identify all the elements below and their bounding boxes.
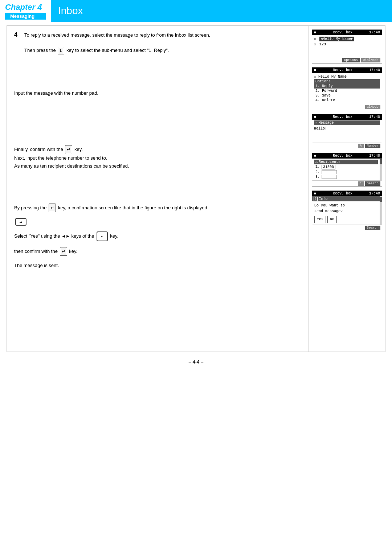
screen4-section: ⌂ Recipients: [314, 160, 378, 164]
screen3-content: Hello|: [314, 126, 380, 131]
screen3-btn2: Number: [365, 144, 380, 148]
step-intro: To reply to a received message, select t…: [24, 32, 210, 54]
spacer-1: [14, 54, 301, 83]
screen5-body: ? Info Do you want to send message? Yes …: [312, 196, 380, 225]
instruction-then-confirm: then confirm with the ↵ key.: [14, 247, 301, 256]
phone-screen-4: ■ Recv. box 17:40 ⌂ Recipients 1. 31500 …: [312, 153, 382, 187]
screen5-section: ? Info: [312, 196, 380, 201]
screen1-body: ✉ ◄Hello My Name► ✉ 123: [312, 35, 382, 57]
phone-screen-2: ■ Recv. box 17:40 ✉ Hello My Name Option…: [312, 67, 382, 110]
left-column: 4 To reply to a received message, select…: [7, 26, 309, 352]
screen5-scrollbar-thumb: [380, 197, 382, 202]
screen5-body-wrap: ? Info Do you want to send message? Yes …: [312, 196, 382, 225]
screen2-row1: ✉ Hello My Name: [314, 74, 380, 79]
screen5-header: ■ Recv. box 17:40: [312, 191, 382, 196]
screen1-btn1: Options: [342, 58, 360, 62]
screen1-row1: ✉ ◄Hello My Name►: [314, 36, 380, 42]
screen2-body: ✉ Hello My Name Options 1. Reply 2. Forw…: [312, 73, 382, 104]
screen3-section: ≡ Message: [314, 120, 380, 125]
page-title: Inbox: [58, 5, 83, 17]
screen4-footer: 1 Search: [312, 180, 382, 186]
screen2-menu4: 4. Delete: [314, 98, 380, 103]
l-key-icon: L: [58, 47, 64, 55]
screen4-row1: 1. 31500: [314, 164, 378, 170]
chapter-sub: Messaging: [5, 13, 46, 20]
page-header: Chapter 4 Messaging Inbox: [0, 0, 392, 22]
screen2-header: ■ Recv. box 17:40: [312, 67, 382, 73]
screen2-menu2: 2. Forward: [314, 89, 380, 93]
screen2-menu3: 3. Save: [314, 93, 380, 98]
instruction-select-yes: Select "Yes" using the ◄► keys of the ↵ …: [14, 231, 301, 241]
chapter-label: Chapter 4: [5, 3, 46, 12]
header-right: Inbox: [51, 0, 392, 22]
step-number: 4: [14, 32, 21, 54]
step-row: 4 To reply to a received message, select…: [14, 32, 301, 54]
confirm-key-graphic-2: ↵: [97, 231, 108, 241]
enter-key-icon-1: ↵: [65, 145, 72, 154]
phone-screen-3: ■ Recv. box 17:40 ≡ Message Hello| A Num…: [312, 114, 382, 149]
arrow-keys-icon: ◄►: [61, 233, 70, 240]
screen3-body: ≡ Message Hello|: [312, 120, 382, 143]
enter-key-icon-3: ↵: [60, 247, 67, 256]
screen1-btn2: DialMode: [361, 58, 380, 62]
screen5-confirm-body: Do you want to send message? Yes No: [312, 201, 380, 225]
screen4-btn-search: Search: [365, 181, 380, 186]
spacer-2: [14, 103, 301, 139]
instruction-pressing-key: By pressing the ↵ key, a confirmation sc…: [14, 204, 301, 212]
screen1-signal: ■: [314, 30, 316, 34]
screen4-row3: 3.: [314, 175, 378, 179]
instruction-message-sent: The message is sent.: [14, 262, 301, 270]
screen4-page-num: 1: [358, 181, 363, 186]
screen4-header: ■ Recv. box 17:40: [312, 153, 382, 159]
content-area: 4 To reply to a received message, select…: [7, 25, 385, 352]
screen3-header: ■ Recv. box 17:40: [312, 114, 382, 120]
screen2-btn: alMode: [365, 105, 380, 109]
confirm-key-graphic: ↵: [15, 218, 26, 226]
screen1-row2: ✉ 123: [314, 42, 380, 47]
phone-screen-5: ■ Recv. box 17:40 ? Info Do you want to …: [312, 190, 382, 231]
screen5-confirm-btns: Yes No: [314, 216, 377, 223]
enter-key-icon-2: ↵: [49, 204, 56, 212]
spacer-3: [14, 176, 301, 198]
screen1-footer: Options DialMode: [312, 57, 382, 63]
screen5-btn-search: Search: [365, 226, 380, 230]
instruction-confirm: Finally, confirm with the ↵ key. Next, i…: [14, 145, 301, 170]
screen4-scrollbar-thumb: [380, 159, 382, 164]
page-number: – 4-4 –: [0, 352, 392, 372]
screen1-header: ■ Recv. box 17:40: [312, 30, 382, 35]
screen5-btn-no: No: [327, 216, 337, 223]
screen5-scrollbar: [380, 196, 382, 225]
screen2-footer: alMode: [312, 104, 382, 110]
confirm-graphic-row: ↵: [14, 218, 301, 226]
instruction-input-message: Input the message with the number pad.: [14, 89, 301, 97]
screen4-scrollbar: [380, 159, 382, 180]
screen3-btn1: A: [358, 144, 363, 148]
phone-screen-1: ■ Recv. box 17:40 ✉ ◄Hello My Name► ✉ 12…: [312, 29, 382, 63]
screen4-row2: 2.: [314, 170, 378, 175]
screen2-menu-header: Options: [314, 79, 380, 84]
right-column: ■ Recv. box 17:40 ✉ ◄Hello My Name► ✉ 12…: [309, 26, 385, 352]
screen5-footer: Search: [312, 225, 382, 231]
screen4-body-wrap: ⌂ Recipients 1. 31500 2. 3.: [312, 159, 382, 180]
screen2-menu1: 1. Reply: [314, 84, 380, 89]
screen3-footer: A Number: [312, 143, 382, 149]
screen5-btn-yes: Yes: [314, 216, 326, 223]
screen4-body: ⌂ Recipients 1. 31500 2. 3.: [312, 159, 380, 180]
chapter-block: Chapter 4 Messaging: [0, 0, 51, 22]
